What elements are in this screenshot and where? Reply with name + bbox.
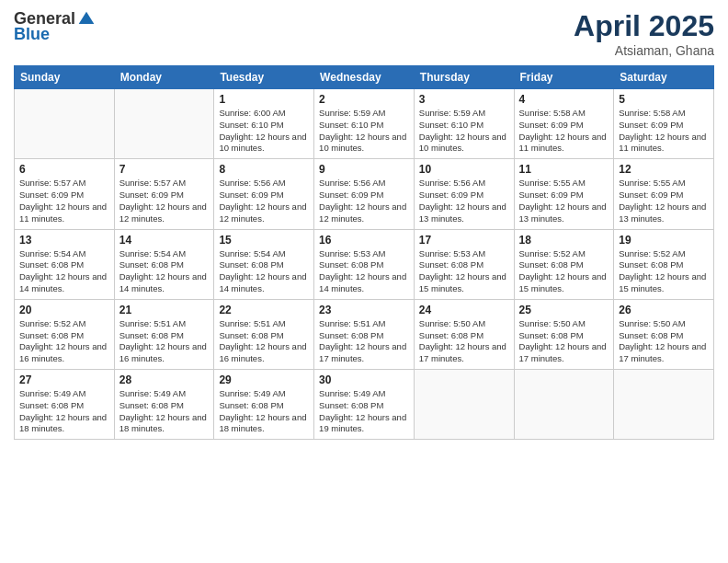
day-number: 3 — [419, 93, 509, 106]
day-info: Sunrise: 5:49 AM Sunset: 6:08 PM Dayligh… — [19, 388, 109, 435]
day-number: 28 — [119, 373, 210, 386]
day-number: 18 — [519, 234, 609, 247]
calendar-cell-week4-day5: 24Sunrise: 5:50 AM Sunset: 6:08 PM Dayli… — [414, 299, 514, 369]
calendar-cell-week1-day6: 4Sunrise: 5:58 AM Sunset: 6:09 PM Daylig… — [514, 89, 614, 159]
day-number: 15 — [219, 234, 309, 247]
calendar-header-row: SundayMondayTuesdayWednesdayThursdayFrid… — [15, 66, 714, 89]
day-number: 12 — [619, 163, 709, 176]
calendar-cell-week3-day6: 18Sunrise: 5:52 AM Sunset: 6:08 PM Dayli… — [514, 229, 614, 299]
calendar-week-2: 6Sunrise: 5:57 AM Sunset: 6:09 PM Daylig… — [15, 159, 714, 229]
day-info: Sunrise: 5:52 AM Sunset: 6:08 PM Dayligh… — [19, 318, 109, 365]
calendar-header-wednesday: Wednesday — [314, 66, 415, 89]
calendar-cell-week3-day7: 19Sunrise: 5:52 AM Sunset: 6:08 PM Dayli… — [614, 229, 714, 299]
day-info: Sunrise: 5:58 AM Sunset: 6:09 PM Dayligh… — [619, 108, 709, 155]
calendar-cell-week2-day6: 11Sunrise: 5:55 AM Sunset: 6:09 PM Dayli… — [514, 159, 614, 229]
logo-icon — [77, 10, 96, 29]
svg-marker-0 — [79, 11, 95, 23]
calendar-cell-week1-day4: 2Sunrise: 5:59 AM Sunset: 6:10 PM Daylig… — [314, 89, 415, 159]
day-number: 17 — [419, 234, 509, 247]
day-info: Sunrise: 5:50 AM Sunset: 6:08 PM Dayligh… — [419, 318, 509, 365]
day-info: Sunrise: 5:50 AM Sunset: 6:08 PM Dayligh… — [619, 318, 709, 365]
main-title: April 2025 — [574, 9, 714, 43]
day-info: Sunrise: 5:55 AM Sunset: 6:09 PM Dayligh… — [619, 178, 709, 224]
logo: General Blue — [14, 9, 96, 44]
day-info: Sunrise: 5:51 AM Sunset: 6:08 PM Dayligh… — [119, 318, 210, 365]
day-info: Sunrise: 5:49 AM Sunset: 6:08 PM Dayligh… — [219, 388, 309, 435]
day-info: Sunrise: 5:53 AM Sunset: 6:08 PM Dayligh… — [319, 248, 409, 295]
calendar-table: SundayMondayTuesdayWednesdayThursdayFrid… — [14, 65, 714, 440]
day-info: Sunrise: 5:56 AM Sunset: 6:09 PM Dayligh… — [219, 178, 309, 224]
calendar-cell-week4-day2: 21Sunrise: 5:51 AM Sunset: 6:08 PM Dayli… — [114, 299, 214, 369]
logo-blue-text: Blue — [14, 25, 50, 44]
day-info: Sunrise: 5:56 AM Sunset: 6:09 PM Dayligh… — [319, 178, 409, 224]
day-number: 2 — [319, 93, 409, 106]
calendar-cell-week4-day4: 23Sunrise: 5:51 AM Sunset: 6:08 PM Dayli… — [314, 299, 415, 369]
calendar-cell-week2-day3: 8Sunrise: 5:56 AM Sunset: 6:09 PM Daylig… — [214, 159, 314, 229]
day-info: Sunrise: 5:56 AM Sunset: 6:09 PM Dayligh… — [419, 178, 509, 224]
day-number: 16 — [319, 234, 409, 247]
calendar-cell-week3-day5: 17Sunrise: 5:53 AM Sunset: 6:08 PM Dayli… — [414, 229, 514, 299]
calendar-cell-week3-day4: 16Sunrise: 5:53 AM Sunset: 6:08 PM Dayli… — [314, 229, 415, 299]
day-info: Sunrise: 5:54 AM Sunset: 6:08 PM Dayligh… — [119, 248, 210, 295]
title-block: April 2025 Atsiaman, Ghana — [574, 9, 714, 58]
day-info: Sunrise: 5:52 AM Sunset: 6:08 PM Dayligh… — [519, 248, 609, 295]
calendar-cell-week4-day7: 26Sunrise: 5:50 AM Sunset: 6:08 PM Dayli… — [614, 299, 714, 369]
calendar-cell-week5-day4: 30Sunrise: 5:49 AM Sunset: 6:08 PM Dayli… — [314, 370, 415, 440]
day-number: 6 — [19, 163, 109, 176]
calendar-header-saturday: Saturday — [614, 66, 714, 89]
calendar-cell-week2-day4: 9Sunrise: 5:56 AM Sunset: 6:09 PM Daylig… — [314, 159, 415, 229]
day-info: Sunrise: 5:50 AM Sunset: 6:08 PM Dayligh… — [519, 318, 609, 365]
calendar-cell-week1-day2 — [114, 89, 214, 159]
calendar-cell-week1-day1 — [15, 89, 115, 159]
day-number: 27 — [19, 373, 109, 386]
calendar-cell-week4-day3: 22Sunrise: 5:51 AM Sunset: 6:08 PM Dayli… — [214, 299, 314, 369]
day-number: 20 — [19, 304, 109, 316]
calendar-cell-week5-day1: 27Sunrise: 5:49 AM Sunset: 6:08 PM Dayli… — [15, 370, 115, 440]
calendar-cell-week5-day3: 29Sunrise: 5:49 AM Sunset: 6:08 PM Dayli… — [214, 370, 314, 440]
day-number: 25 — [519, 304, 609, 316]
calendar-header-friday: Friday — [514, 66, 614, 89]
day-info: Sunrise: 5:51 AM Sunset: 6:08 PM Dayligh… — [219, 318, 309, 365]
day-number: 23 — [319, 304, 409, 316]
header: General Blue April 2025 Atsiaman, Ghana — [14, 9, 714, 58]
day-info: Sunrise: 5:52 AM Sunset: 6:08 PM Dayligh… — [619, 248, 709, 295]
day-info: Sunrise: 5:54 AM Sunset: 6:08 PM Dayligh… — [219, 248, 309, 295]
calendar-cell-week5-day6 — [514, 370, 614, 440]
day-info: Sunrise: 5:58 AM Sunset: 6:09 PM Dayligh… — [519, 108, 609, 155]
day-number: 21 — [119, 304, 210, 316]
day-info: Sunrise: 5:53 AM Sunset: 6:08 PM Dayligh… — [419, 248, 509, 295]
calendar-cell-week5-day2: 28Sunrise: 5:49 AM Sunset: 6:08 PM Dayli… — [114, 370, 214, 440]
calendar-cell-week1-day7: 5Sunrise: 5:58 AM Sunset: 6:09 PM Daylig… — [614, 89, 714, 159]
day-info: Sunrise: 5:49 AM Sunset: 6:08 PM Dayligh… — [119, 388, 210, 435]
calendar-cell-week3-day2: 14Sunrise: 5:54 AM Sunset: 6:08 PM Dayli… — [114, 229, 214, 299]
day-number: 4 — [519, 93, 609, 106]
calendar-week-4: 20Sunrise: 5:52 AM Sunset: 6:08 PM Dayli… — [15, 299, 714, 369]
day-number: 24 — [419, 304, 509, 316]
day-number: 10 — [419, 163, 509, 176]
day-info: Sunrise: 5:59 AM Sunset: 6:10 PM Dayligh… — [419, 108, 509, 155]
calendar-header-tuesday: Tuesday — [214, 66, 314, 89]
day-number: 5 — [619, 93, 709, 106]
calendar-cell-week2-day1: 6Sunrise: 5:57 AM Sunset: 6:09 PM Daylig… — [15, 159, 115, 229]
day-number: 13 — [19, 234, 109, 247]
day-number: 22 — [219, 304, 309, 316]
calendar-cell-week3-day3: 15Sunrise: 5:54 AM Sunset: 6:08 PM Dayli… — [214, 229, 314, 299]
calendar-week-3: 13Sunrise: 5:54 AM Sunset: 6:08 PM Dayli… — [15, 229, 714, 299]
day-number: 14 — [119, 234, 210, 247]
day-number: 30 — [319, 373, 409, 386]
day-info: Sunrise: 5:55 AM Sunset: 6:09 PM Dayligh… — [519, 178, 609, 224]
day-number: 7 — [119, 163, 210, 176]
day-number: 19 — [619, 234, 709, 247]
day-number: 1 — [219, 93, 309, 106]
calendar-week-5: 27Sunrise: 5:49 AM Sunset: 6:08 PM Dayli… — [15, 370, 714, 440]
day-info: Sunrise: 6:00 AM Sunset: 6:10 PM Dayligh… — [219, 108, 309, 155]
calendar-header-sunday: Sunday — [15, 66, 115, 89]
day-number: 8 — [219, 163, 309, 176]
calendar-cell-week3-day1: 13Sunrise: 5:54 AM Sunset: 6:08 PM Dayli… — [15, 229, 115, 299]
day-info: Sunrise: 5:51 AM Sunset: 6:08 PM Dayligh… — [319, 318, 409, 365]
calendar-cell-week5-day7 — [614, 370, 714, 440]
calendar-cell-week4-day6: 25Sunrise: 5:50 AM Sunset: 6:08 PM Dayli… — [514, 299, 614, 369]
day-info: Sunrise: 5:57 AM Sunset: 6:09 PM Dayligh… — [19, 178, 109, 224]
day-number: 9 — [319, 163, 409, 176]
calendar-cell-week5-day5 — [414, 370, 514, 440]
